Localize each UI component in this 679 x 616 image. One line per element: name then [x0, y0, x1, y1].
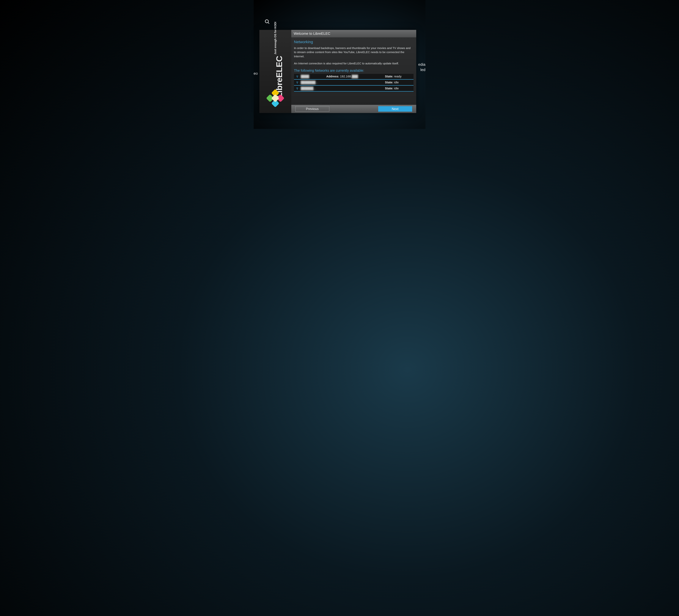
network-state: State: idle: [385, 87, 412, 90]
network-row[interactable]: ████ Address: 192.168.███ State: ready: [294, 74, 414, 79]
network-name: ███████...: [299, 81, 326, 84]
side-panel: LibreELEC Just enough OS for KODI: [259, 30, 291, 113]
network-row[interactable]: ██████... State: idle: [294, 86, 414, 92]
background-text-right: edia led: [418, 62, 425, 72]
brand-tagline: Just enough OS for KODI: [274, 22, 277, 55]
previous-button[interactable]: Previous: [295, 106, 329, 111]
wizard-footer: Previous Next: [291, 105, 416, 113]
svg-point-7: [297, 77, 297, 77]
wifi-icon: [295, 81, 299, 84]
network-address: Address: 192.168.███: [326, 75, 385, 78]
libreelec-logo-icon: [265, 88, 286, 109]
network-list: ████ Address: 192.168.███ State: ready: [294, 74, 414, 92]
wizard-content: Networking In order to download backdrop…: [291, 37, 416, 105]
wizard-title: Welcome to LibreELEC: [291, 30, 416, 37]
svg-point-8: [297, 83, 297, 84]
network-state: State: idle: [385, 81, 412, 84]
setup-wizard-window: LibreELEC Just enough OS for KODI Welcom…: [259, 30, 416, 113]
section-paragraph-2: An Internet connection is also required …: [294, 61, 414, 65]
network-state: State: ready: [385, 75, 412, 78]
network-name: ████: [299, 75, 326, 78]
section-title: Networking: [294, 40, 414, 44]
networks-heading: The following Networks are currently ava…: [294, 69, 414, 72]
next-button[interactable]: Next: [378, 106, 412, 111]
background-text-left: eo: [254, 71, 258, 76]
svg-rect-6: [271, 94, 279, 102]
brand-block: LibreELEC Just enough OS for KODI: [267, 22, 283, 98]
network-row[interactable]: ███████... State: idle: [294, 80, 414, 86]
network-name: ██████...: [299, 87, 326, 90]
section-paragraph-1: In order to download backdrops, banners …: [294, 46, 414, 58]
wifi-icon: [295, 75, 299, 78]
main-panel: Welcome to LibreELEC Networking In order…: [291, 30, 416, 113]
wifi-icon: [295, 87, 299, 90]
svg-point-9: [297, 89, 297, 89]
